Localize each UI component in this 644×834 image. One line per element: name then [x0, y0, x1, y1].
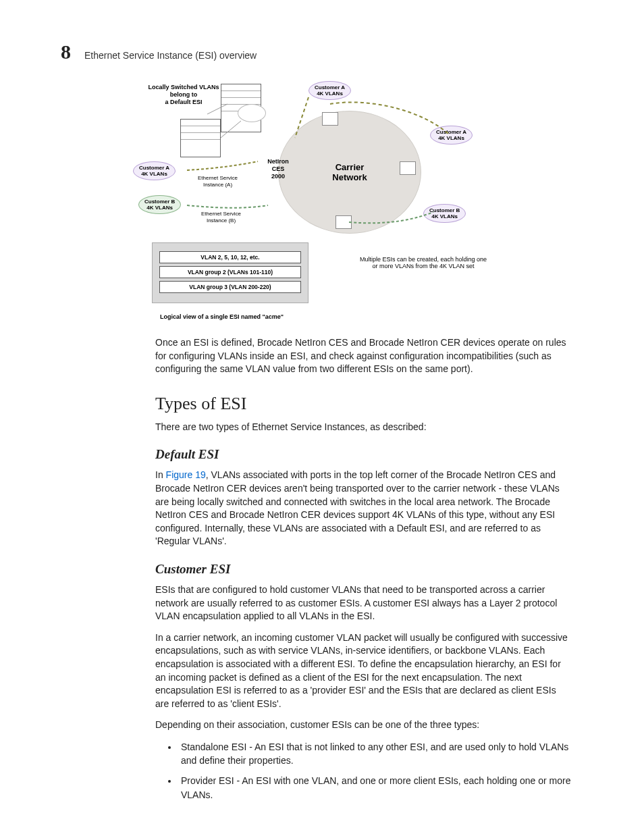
connection-lines: [133, 84, 511, 239]
link-figure-19[interactable]: Figure 19: [166, 469, 206, 480]
section-title: Ethernet Service Instance (ESI) overview: [84, 50, 257, 61]
intro-paragraph: Once an ESI is defined, Brocade NetIron …: [155, 336, 570, 376]
text-fragment: , VLANs associated with ports in the top…: [155, 469, 560, 546]
heading-default-esi: Default ESI: [155, 447, 583, 462]
types-intro: There are two types of Ethernet Service …: [155, 421, 570, 434]
list-item: Standalone ESI - An ESI that is not link…: [178, 740, 583, 768]
vlan-item: VLAN 2, 5, 10, 12, etc.: [159, 251, 301, 263]
vlan-item: VLAN group 3 (VLAN 200-220): [159, 281, 301, 293]
figure-esi-diagram: Locally Switched VLANs belong to a Defau…: [133, 84, 511, 327]
page-header: 8 Ethernet Service Instance (ESI) overvi…: [61, 41, 583, 63]
text-fragment: In: [155, 469, 166, 480]
vlan-stack: VLAN 2, 5, 10, 12, etc. VLAN group 2 (VL…: [152, 242, 308, 303]
default-esi-paragraph: In Figure 19, VLANs associated with port…: [155, 469, 570, 548]
vlan-item: VLAN group 2 (VLANs 101-110): [159, 266, 301, 278]
figure-caption: Logical view of a single ESI named "acme…: [160, 313, 284, 320]
heading-types-of-esi: Types of ESI: [155, 394, 583, 414]
customer-esi-p3: Depending on their association, customer…: [155, 719, 570, 732]
customer-esi-types-list: Standalone ESI - An ESI that is not link…: [155, 740, 583, 802]
list-item: Provider ESI - An ESI with one VLAN, and…: [178, 774, 583, 802]
customer-esi-p2: In a carrier network, an incoming custom…: [155, 631, 570, 711]
chapter-number: 8: [61, 41, 71, 63]
label-multi-esi-note: Multiple ESIs can be created, each holdi…: [339, 256, 508, 269]
heading-customer-esi: Customer ESI: [155, 562, 583, 577]
customer-esi-p1: ESIs that are configured to hold custome…: [155, 583, 570, 623]
